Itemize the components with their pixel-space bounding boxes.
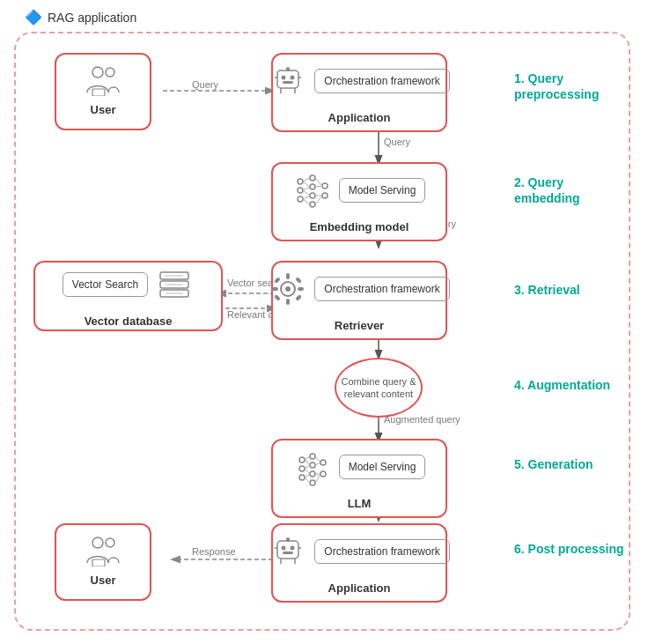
step3-label: 3. Retrieval: [514, 282, 629, 298]
app-top-icon: [269, 62, 307, 100]
rag-label: 🔷 RAG application: [25, 9, 136, 26]
app-bottom-node: Orchestration framework Application: [271, 523, 447, 603]
svg-point-78: [291, 545, 295, 550]
svg-point-60: [310, 480, 315, 485]
app-bottom-label: Application: [321, 578, 398, 602]
svg-point-54: [299, 457, 305, 463]
svg-point-22: [310, 175, 315, 181]
embedding-sub: Model Serving: [339, 178, 426, 203]
svg-point-56: [299, 475, 305, 480]
svg-line-29: [303, 181, 310, 187]
app-bottom-sub: Orchestration framework: [314, 539, 449, 564]
retriever-label: Retriever: [328, 315, 391, 339]
svg-point-19: [298, 179, 303, 184]
svg-point-24: [310, 193, 315, 198]
app-top-sub: Orchestration framework: [314, 69, 449, 93]
llm-sub: Model Serving: [339, 455, 426, 479]
retriever-inner: Orchestration framework: [256, 263, 461, 315]
svg-rect-11: [92, 89, 105, 96]
vector-search-sub: Vector Search: [63, 272, 148, 297]
svg-line-35: [315, 186, 322, 187]
svg-rect-47: [286, 299, 290, 305]
retriever-sub: Orchestration framework: [314, 277, 449, 301]
svg-rect-75: [92, 559, 105, 566]
retriever-node: Orchestration framework Retriever: [271, 261, 447, 340]
svg-point-23: [310, 184, 315, 189]
step4-label: 4. Augmentation: [514, 377, 629, 393]
svg-line-67: [305, 474, 310, 477]
combine-node: Combine query & relevant content: [335, 358, 423, 418]
retriever-icon: [269, 270, 307, 308]
svg-point-59: [310, 471, 315, 477]
svg-line-69: [315, 456, 320, 463]
svg-point-57: [310, 454, 315, 459]
svg-point-73: [92, 537, 103, 548]
svg-rect-12: [277, 70, 298, 88]
svg-rect-46: [286, 273, 290, 279]
svg-rect-15: [283, 81, 293, 84]
svg-rect-80: [286, 537, 290, 542]
svg-rect-76: [277, 541, 298, 559]
svg-line-63: [305, 456, 310, 460]
svg-line-64: [305, 460, 310, 465]
svg-line-66: [305, 469, 310, 474]
rag-icon: 🔷: [25, 9, 42, 26]
svg-point-21: [298, 196, 303, 202]
query1-label: Query: [192, 79, 218, 90]
svg-point-13: [282, 75, 286, 79]
svg-line-68: [305, 477, 310, 483]
svg-line-72: [315, 474, 320, 483]
svg-point-62: [320, 471, 326, 477]
app-top-inner: Orchestration framework: [256, 55, 461, 107]
svg-rect-51: [295, 277, 302, 284]
llm-label: LLM: [341, 493, 379, 517]
step6-label: 6. Post processing: [514, 541, 629, 557]
svg-point-14: [291, 75, 295, 79]
svg-point-77: [282, 545, 286, 550]
svg-point-27: [322, 193, 328, 198]
svg-line-31: [303, 190, 310, 196]
embedding-node: Model Serving Embedding model: [271, 162, 447, 241]
svg-rect-52: [274, 294, 281, 301]
svg-line-33: [303, 199, 310, 204]
augmented-label: Augmented query: [384, 414, 460, 425]
vector-db-icon: [155, 265, 194, 304]
embedding-icon: [293, 171, 332, 210]
svg-point-58: [310, 463, 315, 468]
app-top-node: Orchestration framework Application: [271, 53, 447, 132]
svg-line-34: [315, 178, 322, 186]
user-top-node: User: [55, 53, 151, 130]
svg-point-9: [92, 67, 103, 78]
vector-db-label: Vector database: [77, 311, 180, 335]
response2-label: Response: [192, 546, 236, 557]
user-bottom-node: User: [55, 523, 151, 601]
rag-title: RAG application: [48, 11, 136, 25]
query2-label: Query: [384, 137, 410, 147]
embedding-inner: Model Serving: [281, 164, 438, 217]
embedding-label: Embedding model: [303, 217, 416, 241]
user-top-icon: [84, 61, 122, 100]
llm-inner: Model Serving: [281, 440, 438, 493]
app-bottom-icon: [269, 532, 307, 571]
svg-line-37: [315, 196, 322, 204]
svg-rect-53: [295, 294, 302, 301]
svg-rect-79: [283, 551, 293, 554]
svg-point-20: [298, 188, 303, 193]
svg-point-61: [320, 460, 326, 465]
user-bottom-label: User: [84, 570, 123, 594]
svg-line-65: [305, 465, 310, 469]
user-top-label: User: [84, 100, 123, 123]
vector-db-node: Vector Search Vector database: [33, 261, 223, 331]
svg-point-10: [106, 68, 114, 77]
step2-label: 2. Query embedding: [514, 174, 629, 206]
step5-label: 5. Generation: [514, 456, 629, 472]
svg-point-26: [322, 183, 328, 189]
llm-icon: [293, 448, 332, 486]
svg-line-70: [315, 463, 320, 465]
app-bottom-inner: Orchestration framework: [256, 525, 461, 578]
svg-line-30: [303, 187, 310, 190]
svg-rect-49: [298, 287, 304, 291]
svg-point-25: [310, 202, 315, 207]
diagram-container: 🔷 RAG application: [0, 0, 648, 644]
svg-point-74: [106, 538, 114, 547]
